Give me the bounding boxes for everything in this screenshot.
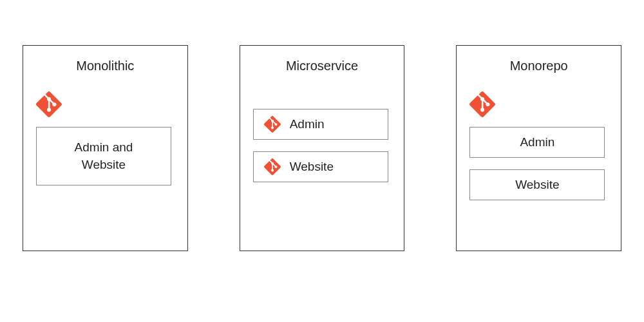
- microservice-panel: Microservice Admin Website: [240, 45, 405, 251]
- monorepo-item-website: Website: [469, 169, 605, 200]
- monolithic-panel: Monolithic Admin and Website: [23, 45, 188, 251]
- content-label: Admin and Website: [75, 140, 133, 171]
- monorepo-item-admin: Admin: [469, 127, 605, 158]
- item-label: Admin: [520, 135, 554, 149]
- item-label: Website: [515, 178, 559, 191]
- git-icon: [264, 158, 281, 175]
- panel-title: Monolithic: [36, 59, 175, 73]
- architecture-diagram: Monolithic Admin and Website Microservic…: [0, 0, 644, 251]
- item-label: Admin: [290, 117, 325, 131]
- panel-title: Monorepo: [469, 59, 608, 73]
- git-icon: [264, 116, 281, 133]
- microservice-item-website: Website: [253, 151, 388, 182]
- monorepo-panel: Monorepo Admin Website: [456, 45, 621, 251]
- monolithic-content-box: Admin and Website: [36, 127, 171, 185]
- item-label: Website: [290, 160, 334, 174]
- git-icon: [469, 91, 495, 117]
- panel-title: Microservice: [253, 59, 392, 73]
- git-icon: [36, 91, 62, 117]
- microservice-item-admin: Admin: [253, 109, 388, 140]
